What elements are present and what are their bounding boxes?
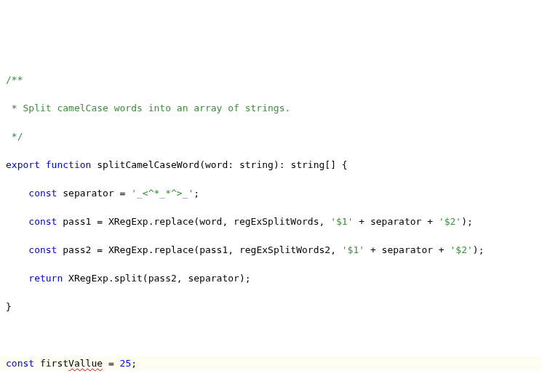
text: XRegExp.split(pass2, separator); [63,273,250,284]
text: ; [131,358,137,369]
string-literal: '$2' [439,216,461,227]
keyword-const: const [28,188,57,199]
keyword-const: const [28,216,57,227]
code-line-highlighted: const firstVallue = 25; [0,356,542,371]
code-line: const pass2 = XRegExp.replace(pass1, reg… [6,243,536,257]
brace: } [6,301,12,312]
text: + separator + [364,244,450,255]
var-name: pass2 [63,244,91,255]
function-name: splitCamelCaseWord [97,159,199,170]
code-line: * Split camelCase words into an array of… [6,101,536,116]
text: = [114,188,131,199]
param-type: string [239,159,274,170]
code-line [6,385,536,393]
string-literal: '$1' [330,216,353,227]
string-literal: '_<^*_*^>_' [131,188,194,199]
var-name: pass1 [63,216,91,227]
text: + separator + [353,216,438,227]
keyword-return: return [28,273,63,284]
var-name: separator [63,188,113,199]
comment-text: /** [6,74,23,85]
comment-text: */ [6,131,23,142]
text: = [103,358,119,369]
code-line: } [6,300,536,314]
error-squiggle: Vallue [68,358,103,369]
var-name: firstVallue [40,358,103,369]
keyword-function: function [46,159,92,170]
text: = XRegExp.replace(word, regExSplitWords, [91,216,330,227]
code-line: const pass1 = XRegExp.replace(word, regE… [6,215,536,229]
code-line: */ [6,129,536,144]
code-line: export function splitCamelCaseWord(word:… [6,158,536,172]
return-type: string [290,159,324,170]
string-literal: '$1' [342,244,364,255]
keyword-const: const [6,358,34,369]
code-line [6,328,536,343]
keyword-const: const [28,244,57,255]
keyword-export: export [6,159,40,170]
code-editor[interactable]: /** * Split camelCase words into an arra… [0,57,542,392]
code-line: /** [6,73,536,87]
number-literal: 25 [120,358,132,369]
text: ); [461,216,473,227]
code-line: const separator = '_<^*_*^>_'; [6,186,536,201]
param-name: word [205,159,228,170]
comment-text: * Split camelCase words into an array of… [6,103,290,113]
code-line: return XRegExp.split(pass2, separator); [6,271,536,286]
string-literal: '$2' [450,244,473,255]
text: ); [473,244,485,255]
text: = XRegExp.replace(pass1, regExSplitWords… [91,244,341,255]
